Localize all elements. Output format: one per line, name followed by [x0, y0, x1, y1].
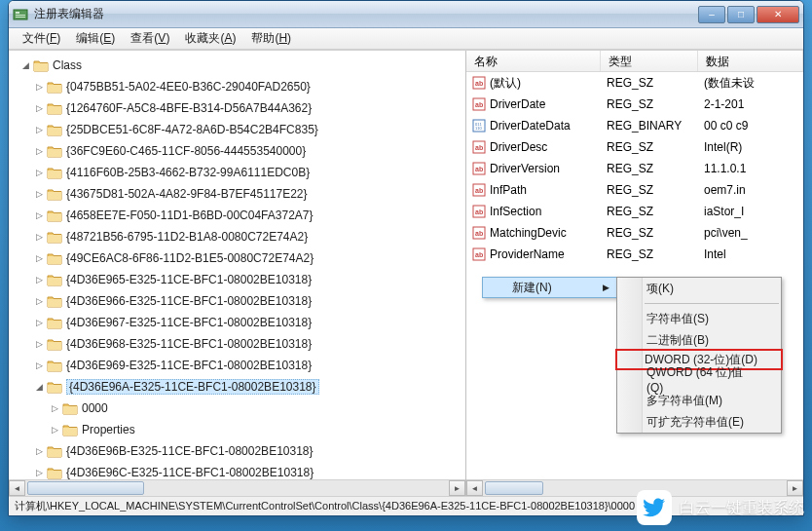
expand-twisty-icon[interactable]: ▷: [34, 103, 45, 114]
tree-node[interactable]: ◢Class: [9, 55, 465, 76]
list-row[interactable]: ab(默认)REG_SZ(数值未设: [466, 72, 803, 94]
tree-node[interactable]: ◢{4D36E96A-E325-11CE-BFC1-08002BE10318}: [9, 376, 465, 398]
scroll-right-button[interactable]: ►: [449, 480, 465, 496]
expand-twisty-icon[interactable]: ▷: [50, 403, 60, 414]
ctx-item-1[interactable]: 字符串值(S): [617, 308, 781, 329]
scroll-thumb[interactable]: [27, 481, 144, 495]
svg-rect-2: [16, 15, 25, 16]
regedit-window: 注册表编辑器 – □ ✕ 文件(F)编辑(E)查看(V)收藏夹(A)帮助(H) …: [8, 0, 804, 516]
expand-twisty-icon[interactable]: ▷: [34, 275, 45, 285]
collapse-twisty-icon[interactable]: ◢: [20, 60, 31, 71]
col-data[interactable]: 数据: [698, 51, 803, 71]
expand-twisty-icon[interactable]: ▷: [34, 339, 45, 350]
svg-rect-1: [16, 12, 19, 14]
expand-twisty-icon[interactable]: ▷: [34, 296, 45, 307]
value-data: (数值未设: [698, 75, 803, 92]
value-type: REG_SZ: [601, 205, 698, 218]
tree-node[interactable]: ▷{36FC9E60-C465-11CF-8056-444553540000}: [9, 140, 465, 162]
watermark: 白云一键重装系统: [637, 490, 804, 525]
menu-v[interactable]: 查看(V): [123, 28, 177, 49]
tree-node[interactable]: ▷{4D36E968-E325-11CE-BFC1-08002BE10318}: [9, 333, 465, 355]
maximize-button[interactable]: □: [727, 6, 755, 23]
tree-node[interactable]: ▷{4116F60B-25B3-4662-B732-99A6111EDC0B}: [9, 162, 465, 183]
tree-pane: ◢Class▷{0475BB51-5A02-4EE0-B36C-29040FAD…: [9, 51, 466, 496]
tree-label: 0000: [82, 401, 108, 415]
tree-node[interactable]: ▷{43675D81-502A-4A82-9F84-B7EF45117E22}: [9, 183, 465, 205]
tree-node[interactable]: ▷{48721B56-6795-11D2-B1A8-0080C72E74A2}: [9, 226, 465, 247]
menu-a[interactable]: 收藏夹(A): [177, 28, 243, 49]
tree-label: {4D36E96B-E325-11CE-BFC1-08002BE10318}: [66, 444, 314, 458]
window-title: 注册表编辑器: [34, 6, 698, 22]
col-name[interactable]: 名称: [466, 51, 601, 71]
expand-twisty-icon[interactable]: ▷: [34, 468, 45, 478]
menu-e[interactable]: 编辑(E): [68, 28, 123, 49]
scroll-track[interactable]: [25, 480, 449, 496]
ctx-item-0[interactable]: 项(K): [617, 278, 781, 299]
tree-node[interactable]: ▷Properties: [9, 419, 465, 440]
list-row[interactable]: abDriverDescREG_SZIntel(R): [466, 136, 803, 158]
context-submenu-new[interactable]: 项(K)字符串值(S)二进制值(B)DWORD (32-位)值(D)QWORD …: [616, 277, 782, 434]
ctx-new[interactable]: 新建(N) ▶: [482, 277, 618, 298]
expand-twisty-icon[interactable]: ▷: [34, 168, 45, 178]
tree-node[interactable]: ▷{1264760F-A5C8-4BFE-B314-D56A7B44A362}: [9, 97, 465, 119]
list-row[interactable]: abInfPathREG_SZoem7.in: [466, 179, 803, 201]
menu-f[interactable]: 文件(F): [15, 28, 68, 49]
menu-h[interactable]: 帮助(H): [243, 28, 299, 49]
expand-twisty-icon[interactable]: ▷: [34, 232, 45, 243]
tree-label: {49CE6AC8-6F86-11D2-B1E5-0080C72E74A2}: [66, 251, 314, 265]
list-row[interactable]: abProviderNameREG_SZIntel: [466, 244, 803, 265]
tree-node[interactable]: ▷{4658EE7E-F050-11D1-B6BD-00C04FA372A7}: [9, 205, 465, 226]
minimize-button[interactable]: –: [698, 6, 725, 23]
expand-twisty-icon[interactable]: ▷: [34, 446, 45, 457]
scroll-left-button[interactable]: ◄: [9, 480, 25, 496]
expand-twisty-icon[interactable]: ▷: [34, 210, 45, 221]
tree-node[interactable]: ▷{4D36E969-E325-11CE-BFC1-08002BE10318}: [9, 355, 465, 376]
tree-node[interactable]: ▷{25DBCE51-6C8F-4A72-8A6D-B54C2B4FC835}: [9, 119, 465, 140]
svg-text:ab: ab: [475, 144, 483, 151]
expand-twisty-icon[interactable]: ▷: [34, 189, 45, 200]
svg-text:ab: ab: [475, 251, 483, 258]
expand-twisty-icon[interactable]: ▷: [34, 253, 45, 264]
ctx-item-4[interactable]: QWORD (64 位)值(Q): [617, 368, 781, 390]
value-type: REG_SZ: [601, 76, 698, 90]
list-row[interactable]: abMatchingDevicREG_SZpci\ven_: [466, 222, 803, 244]
scroll-thumb[interactable]: [485, 481, 543, 495]
svg-text:ab: ab: [475, 80, 483, 87]
value-name: InfSection: [490, 205, 541, 218]
tree-node[interactable]: ▷{49CE6AC8-6F86-11D2-B1E5-0080C72E74A2}: [9, 247, 465, 269]
list-row[interactable]: 011110DriverDateDataREG_BINARY00 c0 c9: [466, 115, 803, 136]
expand-twisty-icon[interactable]: ▷: [34, 318, 45, 328]
value-data: 2-1-201: [698, 97, 803, 111]
tree-label: {4D36E969-E325-11CE-BFC1-08002BE10318}: [66, 359, 312, 372]
expand-twisty-icon[interactable]: ▷: [34, 82, 45, 93]
expand-twisty-icon[interactable]: ▷: [50, 425, 60, 436]
expand-twisty-icon[interactable]: ▷: [34, 125, 45, 135]
tree-label: Properties: [82, 423, 135, 436]
collapse-twisty-icon[interactable]: ◢: [34, 382, 45, 393]
value-type: REG_SZ: [601, 162, 698, 175]
tree-node[interactable]: ▷{4D36E965-E325-11CE-BFC1-08002BE10318}: [9, 269, 465, 290]
titlebar[interactable]: 注册表编辑器 – □ ✕: [9, 1, 803, 28]
close-button[interactable]: ✕: [757, 6, 799, 23]
tree-node[interactable]: ▷0000: [9, 398, 465, 419]
tree-h-scrollbar[interactable]: ◄ ►: [9, 479, 465, 496]
list-row[interactable]: abInfSectionREG_SZiaStor_I: [466, 201, 803, 222]
list-header: 名称 类型 数据: [466, 51, 803, 72]
tree-node[interactable]: ▷{0475BB51-5A02-4EE0-B36C-29040FAD2650}: [9, 76, 465, 97]
context-menu-new[interactable]: 新建(N) ▶: [482, 277, 618, 298]
value-data: oem7.in: [698, 183, 803, 197]
tree-node[interactable]: ▷{4D36E96B-E325-11CE-BFC1-08002BE10318}: [9, 440, 465, 462]
expand-twisty-icon[interactable]: ▷: [34, 360, 45, 371]
col-type[interactable]: 类型: [601, 51, 698, 71]
tree-node[interactable]: ▷{4D36E967-E325-11CE-BFC1-08002BE10318}: [9, 312, 465, 333]
expand-twisty-icon[interactable]: ▷: [34, 146, 45, 157]
value-data: pci\ven_: [698, 226, 803, 240]
tree-node[interactable]: ▷{4D36E966-E325-11CE-BFC1-08002BE10318}: [9, 290, 465, 312]
ctx-item-5[interactable]: 多字符串值(M): [617, 390, 781, 411]
tree-label: {4658EE7E-F050-11D1-B6BD-00C04FA372A7}: [66, 209, 314, 222]
ctx-item-6[interactable]: 可扩充字符串值(E): [617, 411, 781, 433]
list-row[interactable]: abDriverVersionREG_SZ11.1.0.1: [466, 158, 803, 179]
ctx-item-2[interactable]: 二进制值(B): [617, 329, 781, 351]
scroll-left-button[interactable]: ◄: [466, 480, 483, 496]
list-row[interactable]: abDriverDateREG_SZ2-1-201: [466, 94, 803, 115]
